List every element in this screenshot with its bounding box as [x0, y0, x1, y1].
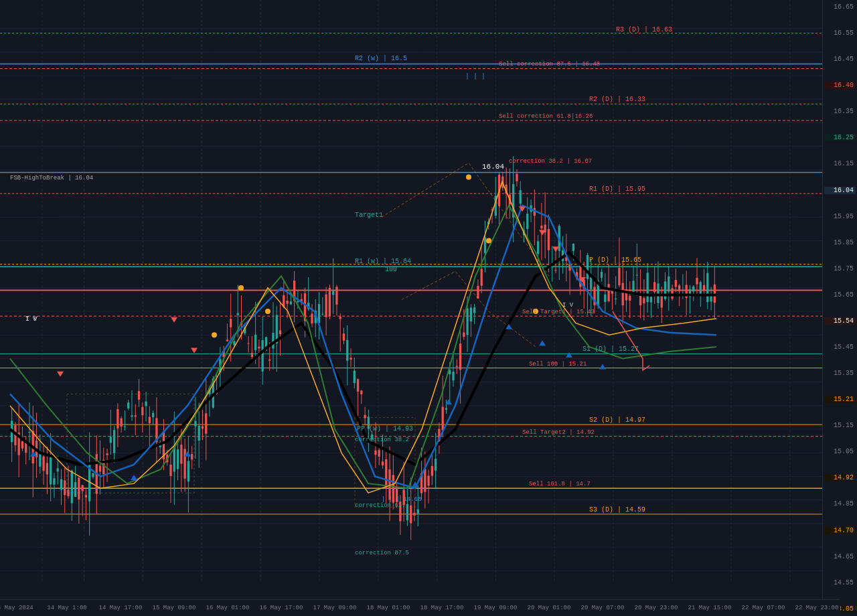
price-tick: 15.15 — [824, 422, 856, 429]
price-tick: 15.21 — [824, 396, 856, 403]
price-tick: 16.04 — [824, 187, 856, 194]
time-tick: 18 May 17:00 — [420, 605, 464, 611]
time-tick: 13 May 2024 — [0, 605, 33, 611]
price-tick: 15.45 — [824, 343, 856, 351]
chart-info-panel — [1, 1, 6, 13]
time-tick: 22 May 07:00 — [742, 605, 785, 611]
price-tick: 16.55 — [824, 29, 856, 37]
price-tick: 16.15 — [824, 160, 856, 167]
price-tick: 15.95 — [824, 213, 856, 220]
price-tick: 14.92 — [824, 474, 856, 481]
time-tick: 15 May 09:00 — [153, 605, 196, 611]
chart-container — [0, 0, 840, 616]
price-tick: 15.75 — [824, 265, 856, 273]
price-tick: 14.65 — [824, 553, 856, 560]
price-tick: 15.05 — [824, 448, 856, 455]
price-tick: 16.40 — [824, 82, 856, 89]
time-tick: 16 May 17:00 — [260, 605, 303, 611]
price-tick: 16.65 — [824, 3, 856, 11]
price-tick: 16.25 — [824, 134, 856, 141]
time-axis: 13 May 202414 May 1:0014 May 17:0015 May… — [0, 599, 840, 616]
price-tick: 15.54 — [824, 317, 856, 325]
time-tick: 22 May 23:00 — [795, 605, 839, 611]
time-tick: 17 May 09:00 — [313, 605, 357, 611]
time-tick: 18 May 01:00 — [367, 605, 410, 611]
time-tick: 20 May 07:00 — [581, 605, 625, 611]
time-tick: 20 May 01:00 — [528, 605, 571, 611]
price-tick: 14.85 — [824, 500, 856, 508]
price-tick: 16.45 — [824, 56, 856, 63]
time-tick: 14 May 17:00 — [99, 605, 143, 611]
price-tick: 15.35 — [824, 370, 856, 377]
price-tick: 15.85 — [824, 239, 856, 246]
time-tick: 19 May 09:00 — [474, 605, 518, 611]
time-tick: 21 May 15:00 — [688, 605, 732, 611]
symbol-title — [1, 1, 6, 13]
price-tick: 14.70 — [824, 527, 856, 534]
price-axis: 16.6516.5516.4516.4016.3516.2516.1516.04… — [822, 0, 857, 616]
time-tick: 16 May 01:00 — [206, 605, 250, 611]
price-tick: 16.35 — [824, 108, 856, 115]
price-tick: 14.55 — [824, 579, 856, 587]
time-tick: 14 May 1:00 — [47, 605, 86, 611]
time-tick: 20 May 23:00 — [635, 605, 678, 611]
price-tick: 15.65 — [824, 291, 856, 299]
